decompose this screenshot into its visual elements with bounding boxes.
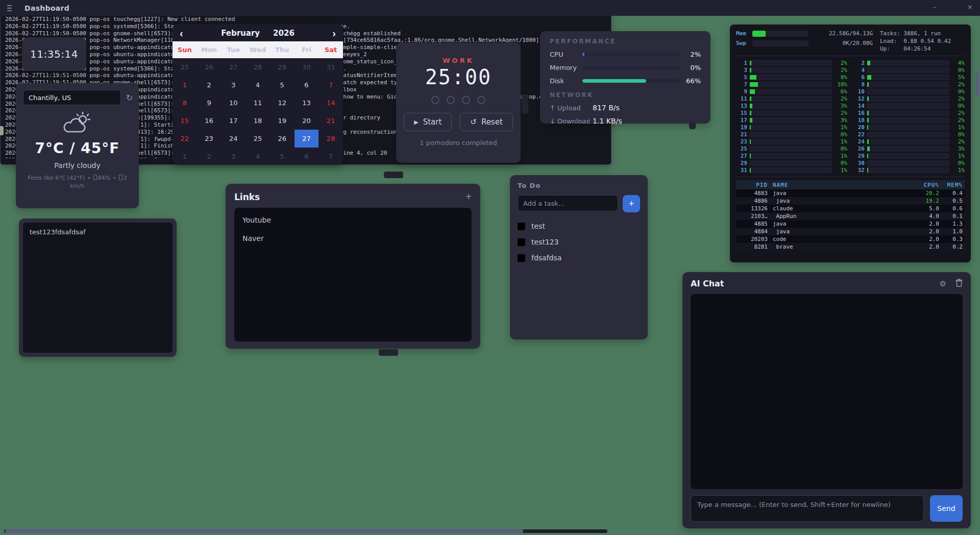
add-task-input[interactable] bbox=[518, 195, 618, 211]
core-bar-fill bbox=[867, 96, 869, 101]
calendar-day[interactable]: 27 bbox=[221, 58, 246, 76]
todo-checkbox[interactable] bbox=[518, 254, 525, 262]
core-number: 18 bbox=[853, 117, 865, 124]
edge-handle[interactable] bbox=[0, 126, 4, 135]
calendar-day[interactable]: 29 bbox=[270, 58, 295, 76]
core-percent: 0% bbox=[949, 67, 965, 74]
core-bar bbox=[749, 89, 832, 94]
calendar-day[interactable]: 27 bbox=[295, 130, 319, 148]
core-percent: 3% bbox=[949, 145, 965, 152]
add-task-button[interactable]: + bbox=[623, 195, 640, 212]
refresh-icon[interactable]: ↻ bbox=[125, 93, 134, 103]
calendar-day[interactable]: 15 bbox=[173, 112, 197, 130]
calendar-day[interactable]: 26 bbox=[270, 130, 295, 148]
cpu-core-grid: 12%24%32%40%58%65%710%82%96%100%112%122%… bbox=[736, 59, 965, 174]
calendar-day[interactable]: 7 bbox=[318, 76, 343, 94]
process-row: 2103… AppRun4.00.1 bbox=[736, 212, 965, 220]
calendar-day[interactable]: 28 bbox=[318, 130, 343, 148]
cpu-core-row: 152% bbox=[736, 109, 847, 116]
calendar-day[interactable]: 9 bbox=[197, 94, 222, 112]
cpu-core-row: 100% bbox=[853, 88, 965, 95]
todo-checkbox[interactable] bbox=[518, 238, 525, 246]
calendar-day[interactable]: 17 bbox=[221, 112, 246, 130]
ai-chat-title: AI Chat bbox=[691, 279, 724, 288]
core-percent: 2% bbox=[949, 95, 965, 102]
clock-widget[interactable]: 11:35:14 bbox=[22, 37, 86, 71]
link-item[interactable]: Naver bbox=[234, 229, 472, 248]
calendar-day[interactable]: 8 bbox=[173, 94, 197, 112]
metric-bar-fill bbox=[582, 53, 584, 56]
calendar-day[interactable]: 1 bbox=[173, 76, 197, 94]
calendar-day[interactable]: 2 bbox=[197, 76, 222, 94]
calendar-day[interactable]: 26 bbox=[197, 58, 222, 76]
calendar-day[interactable]: 25 bbox=[246, 130, 270, 148]
resize-handle[interactable] bbox=[384, 172, 403, 178]
calendar-day[interactable]: 5 bbox=[270, 76, 295, 94]
core-bar-fill bbox=[867, 147, 870, 151]
chat-clear-trash-icon[interactable] bbox=[955, 279, 963, 288]
calendar-day[interactable]: 25 bbox=[173, 58, 197, 76]
todo-item: fdsafdsa bbox=[518, 254, 640, 262]
calendar-day[interactable]: 18 bbox=[246, 112, 270, 130]
calendar-day[interactable]: 23 bbox=[197, 130, 222, 148]
core-percent: 10% bbox=[832, 81, 847, 88]
weather-location-input[interactable] bbox=[23, 90, 121, 105]
resize-handle[interactable] bbox=[689, 123, 696, 129]
todo-checkbox[interactable] bbox=[518, 223, 525, 230]
calendar-day[interactable]: 10 bbox=[221, 94, 246, 112]
process-mem: 0.4 bbox=[939, 190, 963, 197]
close-button[interactable]: × bbox=[967, 3, 973, 11]
chat-message-area[interactable] bbox=[691, 294, 963, 489]
send-button[interactable]: Send bbox=[930, 495, 963, 522]
resize-handle[interactable] bbox=[379, 349, 398, 356]
calendar-year: 2026 bbox=[273, 29, 295, 38]
metric-row: Memory0% bbox=[550, 64, 701, 71]
start-button[interactable]: ▶ Start bbox=[404, 113, 452, 131]
minimize-button[interactable]: – bbox=[933, 3, 937, 11]
calendar-day[interactable]: 31 bbox=[318, 58, 343, 76]
calendar-day[interactable]: 14 bbox=[318, 94, 343, 112]
add-link-button[interactable]: + bbox=[465, 191, 472, 203]
link-item[interactable]: Youtube bbox=[234, 211, 472, 229]
notes-textarea[interactable]: test123fdsafdsaf bbox=[23, 223, 173, 353]
core-bar bbox=[749, 132, 832, 137]
calendar-day[interactable]: 12 bbox=[270, 94, 295, 112]
core-percent: 0% bbox=[949, 160, 965, 166]
calendar-day[interactable]: 16 bbox=[197, 112, 222, 130]
calendar-day[interactable]: 6 bbox=[295, 148, 319, 165]
calendar-prev-icon[interactable]: ‹ bbox=[180, 29, 183, 37]
calendar-day[interactable]: 1 bbox=[173, 148, 197, 165]
calendar-day[interactable]: 21 bbox=[318, 112, 343, 130]
calendar-day[interactable]: 2 bbox=[197, 148, 222, 165]
cpu-core-row: 321% bbox=[853, 166, 965, 174]
calendar-day[interactable]: 20 bbox=[295, 112, 319, 130]
process-cpu: 2.0 bbox=[913, 244, 939, 250]
calendar-day[interactable]: 3 bbox=[221, 76, 246, 94]
load-average: Load: 0.88 0.54 0.42 bbox=[880, 38, 951, 44]
links-title: Links bbox=[234, 192, 260, 202]
calendar-day[interactable]: 3 bbox=[221, 148, 246, 165]
calendar-day[interactable]: 5 bbox=[270, 148, 295, 165]
calendar-day[interactable]: 30 bbox=[295, 58, 319, 76]
calendar-day[interactable]: 22 bbox=[173, 130, 197, 148]
calendar-day[interactable]: 28 bbox=[246, 58, 270, 76]
core-bar bbox=[867, 96, 949, 102]
calendar-day[interactable]: 7 bbox=[318, 148, 343, 165]
resize-handle[interactable] bbox=[522, 94, 528, 114]
core-percent: 0% bbox=[832, 131, 847, 138]
menu-icon[interactable] bbox=[7, 5, 13, 11]
calendar-day[interactable]: 13 bbox=[295, 94, 319, 112]
calendar-day[interactable]: 24 bbox=[221, 130, 246, 148]
chat-settings-gear-icon[interactable]: ⚙ bbox=[940, 279, 946, 288]
calendar-day[interactable]: 6 bbox=[295, 76, 319, 94]
calendar-day[interactable]: 4 bbox=[246, 76, 270, 94]
system-monitor-widget: Mem 22.58G/94.13G Swp 0K/20.00G Tasks: 3… bbox=[730, 25, 971, 262]
calendar-day[interactable]: 19 bbox=[270, 112, 295, 130]
calendar-next-icon[interactable]: › bbox=[332, 29, 336, 37]
core-bar bbox=[749, 67, 832, 73]
process-row: 20203code2.00.3 bbox=[736, 235, 965, 243]
chat-message-input[interactable] bbox=[691, 495, 924, 522]
calendar-day[interactable]: 4 bbox=[246, 148, 270, 165]
reset-button[interactable]: ↺ Reset bbox=[460, 113, 512, 131]
calendar-day[interactable]: 11 bbox=[246, 94, 270, 112]
